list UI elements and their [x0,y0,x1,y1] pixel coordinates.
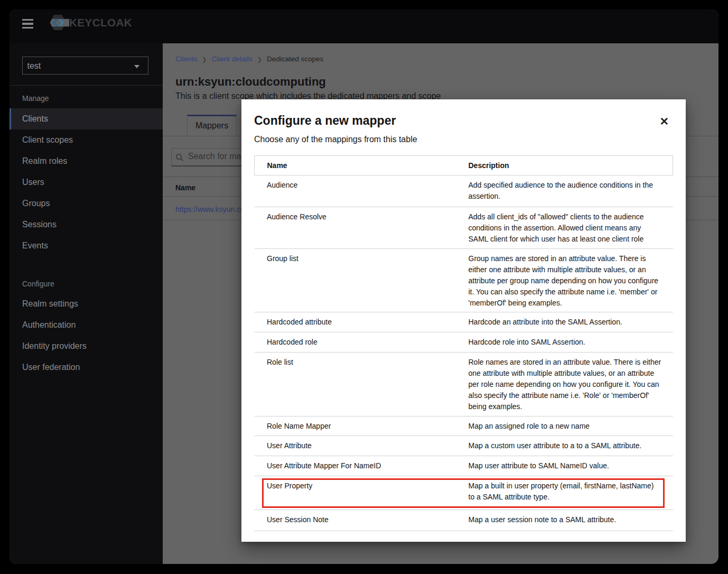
svg-text:KEYCLOAK: KEYCLOAK [69,16,132,29]
